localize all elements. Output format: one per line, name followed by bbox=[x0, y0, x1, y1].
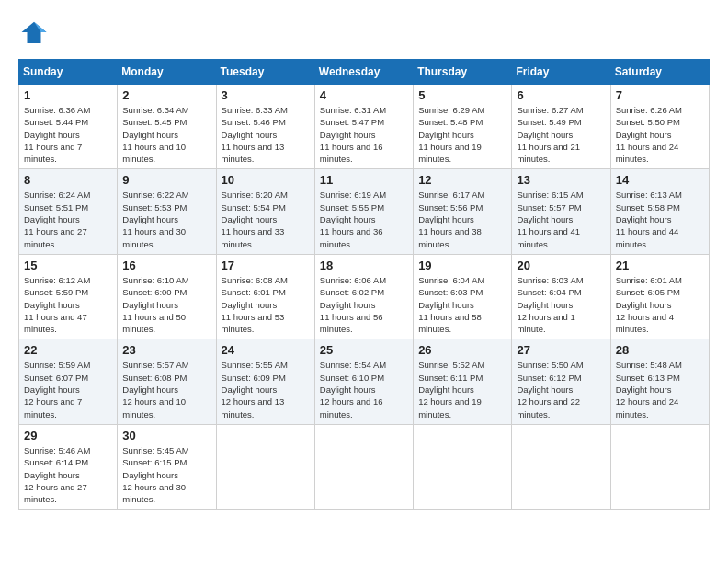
calendar-cell: 7Sunrise: 6:26 AMSunset: 5:50 PMDaylight… bbox=[610, 85, 709, 169]
day-number: 27 bbox=[517, 343, 605, 357]
calendar-cell: 27Sunrise: 5:50 AMSunset: 6:12 PMDayligh… bbox=[512, 339, 610, 424]
day-number: 16 bbox=[122, 259, 210, 272]
day-number: 24 bbox=[222, 343, 310, 357]
day-info: Sunrise: 6:19 AMSunset: 5:55 PMDaylight … bbox=[320, 189, 408, 249]
day-info: Sunrise: 6:33 AMSunset: 5:46 PMDaylight … bbox=[222, 104, 310, 165]
day-info: Sunrise: 6:24 AMSunset: 5:51 PMDaylight … bbox=[24, 189, 112, 249]
day-number: 28 bbox=[616, 343, 704, 357]
calendar-cell: 19Sunrise: 6:04 AMSunset: 6:03 PMDayligh… bbox=[414, 254, 512, 339]
calendar-week-5: 29Sunrise: 5:46 AMSunset: 6:14 PMDayligh… bbox=[19, 424, 710, 509]
day-number: 30 bbox=[122, 429, 210, 442]
day-info: Sunrise: 5:57 AMSunset: 6:08 PMDaylight … bbox=[122, 359, 210, 419]
day-info: Sunrise: 6:31 AMSunset: 5:47 PMDaylight … bbox=[320, 104, 408, 165]
day-number: 21 bbox=[616, 259, 704, 272]
day-number: 15 bbox=[24, 259, 112, 272]
calendar-cell: 20Sunrise: 6:03 AMSunset: 6:04 PMDayligh… bbox=[512, 254, 610, 339]
day-number: 12 bbox=[418, 173, 506, 187]
day-info: Sunrise: 6:04 AMSunset: 6:03 PMDaylight … bbox=[418, 274, 506, 335]
calendar-cell: 28Sunrise: 5:48 AMSunset: 6:13 PMDayligh… bbox=[610, 339, 709, 424]
calendar-cell: 10Sunrise: 6:20 AMSunset: 5:54 PMDayligh… bbox=[216, 169, 314, 254]
calendar-header-row: SundayMondayTuesdayWednesdayThursdayFrid… bbox=[19, 60, 710, 85]
day-number: 1 bbox=[24, 88, 112, 102]
calendar-cell: 5Sunrise: 6:29 AMSunset: 5:48 PMDaylight… bbox=[414, 85, 512, 169]
calendar-cell: 18Sunrise: 6:06 AMSunset: 6:02 PMDayligh… bbox=[314, 254, 413, 339]
day-number: 10 bbox=[222, 173, 310, 187]
logo bbox=[18, 18, 51, 50]
day-number: 19 bbox=[418, 259, 506, 272]
day-number: 22 bbox=[24, 343, 112, 357]
calendar-cell: 30Sunrise: 5:45 AMSunset: 6:15 PMDayligh… bbox=[118, 424, 216, 509]
column-header-wednesday: Wednesday bbox=[314, 60, 413, 85]
calendar-cell bbox=[414, 424, 512, 509]
calendar-cell bbox=[610, 424, 709, 509]
calendar-table: SundayMondayTuesdayWednesdayThursdayFrid… bbox=[18, 59, 710, 510]
day-number: 25 bbox=[320, 343, 408, 357]
day-info: Sunrise: 6:06 AMSunset: 6:02 PMDaylight … bbox=[320, 274, 408, 335]
day-info: Sunrise: 6:27 AMSunset: 5:49 PMDaylight … bbox=[517, 104, 605, 165]
calendar-cell bbox=[512, 424, 610, 509]
calendar-cell: 23Sunrise: 5:57 AMSunset: 6:08 PMDayligh… bbox=[118, 339, 216, 424]
column-header-saturday: Saturday bbox=[610, 60, 709, 85]
logo-icon bbox=[20, 18, 48, 46]
day-info: Sunrise: 6:10 AMSunset: 6:00 PMDaylight … bbox=[122, 274, 210, 335]
day-number: 29 bbox=[24, 429, 112, 442]
calendar-cell: 6Sunrise: 6:27 AMSunset: 5:49 PMDaylight… bbox=[512, 85, 610, 169]
page-header bbox=[18, 18, 710, 50]
calendar-week-3: 15Sunrise: 6:12 AMSunset: 5:59 PMDayligh… bbox=[19, 254, 710, 339]
day-number: 7 bbox=[616, 88, 704, 102]
day-number: 23 bbox=[122, 343, 210, 357]
calendar-cell bbox=[216, 424, 314, 509]
calendar-cell: 1Sunrise: 6:36 AMSunset: 5:44 PMDaylight… bbox=[19, 85, 118, 169]
day-number: 14 bbox=[616, 173, 704, 187]
day-info: Sunrise: 5:46 AMSunset: 6:14 PMDaylight … bbox=[24, 444, 112, 505]
day-info: Sunrise: 6:17 AMSunset: 5:56 PMDaylight … bbox=[418, 189, 506, 249]
day-info: Sunrise: 5:50 AMSunset: 6:12 PMDaylight … bbox=[517, 359, 605, 419]
calendar-cell: 29Sunrise: 5:46 AMSunset: 6:14 PMDayligh… bbox=[19, 424, 118, 509]
calendar-cell: 13Sunrise: 6:15 AMSunset: 5:57 PMDayligh… bbox=[512, 169, 610, 254]
day-number: 6 bbox=[517, 88, 605, 102]
calendar-week-1: 1Sunrise: 6:36 AMSunset: 5:44 PMDaylight… bbox=[19, 85, 710, 169]
calendar-cell: 17Sunrise: 6:08 AMSunset: 6:01 PMDayligh… bbox=[216, 254, 314, 339]
calendar-cell bbox=[314, 424, 413, 509]
day-info: Sunrise: 6:12 AMSunset: 5:59 PMDaylight … bbox=[24, 274, 112, 335]
day-number: 18 bbox=[320, 259, 408, 272]
day-number: 3 bbox=[222, 88, 310, 102]
day-number: 5 bbox=[418, 88, 506, 102]
day-info: Sunrise: 6:36 AMSunset: 5:44 PMDaylight … bbox=[24, 104, 112, 165]
day-info: Sunrise: 6:29 AMSunset: 5:48 PMDaylight … bbox=[418, 104, 506, 165]
day-number: 13 bbox=[517, 173, 605, 187]
calendar-cell: 16Sunrise: 6:10 AMSunset: 6:00 PMDayligh… bbox=[118, 254, 216, 339]
calendar-cell: 14Sunrise: 6:13 AMSunset: 5:58 PMDayligh… bbox=[610, 169, 709, 254]
day-info: Sunrise: 6:13 AMSunset: 5:58 PMDaylight … bbox=[616, 189, 704, 249]
day-info: Sunrise: 5:48 AMSunset: 6:13 PMDaylight … bbox=[616, 359, 704, 419]
day-info: Sunrise: 6:08 AMSunset: 6:01 PMDaylight … bbox=[222, 274, 310, 335]
day-info: Sunrise: 6:01 AMSunset: 6:05 PMDaylight … bbox=[616, 274, 704, 335]
day-info: Sunrise: 5:54 AMSunset: 6:10 PMDaylight … bbox=[320, 359, 408, 419]
calendar-cell: 12Sunrise: 6:17 AMSunset: 5:56 PMDayligh… bbox=[414, 169, 512, 254]
day-info: Sunrise: 6:22 AMSunset: 5:53 PMDaylight … bbox=[122, 189, 210, 249]
calendar-cell: 26Sunrise: 5:52 AMSunset: 6:11 PMDayligh… bbox=[414, 339, 512, 424]
calendar-cell: 4Sunrise: 6:31 AMSunset: 5:47 PMDaylight… bbox=[314, 85, 413, 169]
day-number: 4 bbox=[320, 88, 408, 102]
calendar-cell: 24Sunrise: 5:55 AMSunset: 6:09 PMDayligh… bbox=[216, 339, 314, 424]
column-header-sunday: Sunday bbox=[19, 60, 118, 85]
calendar-week-2: 8Sunrise: 6:24 AMSunset: 5:51 PMDaylight… bbox=[19, 169, 710, 254]
day-info: Sunrise: 6:20 AMSunset: 5:54 PMDaylight … bbox=[222, 189, 310, 249]
day-number: 26 bbox=[418, 343, 506, 357]
day-number: 11 bbox=[320, 173, 408, 187]
day-info: Sunrise: 5:59 AMSunset: 6:07 PMDaylight … bbox=[24, 359, 112, 419]
calendar-cell: 2Sunrise: 6:34 AMSunset: 5:45 PMDaylight… bbox=[118, 85, 216, 169]
day-number: 9 bbox=[122, 173, 210, 187]
svg-marker-0 bbox=[22, 22, 47, 43]
calendar-cell: 3Sunrise: 6:33 AMSunset: 5:46 PMDaylight… bbox=[216, 85, 314, 169]
day-info: Sunrise: 6:34 AMSunset: 5:45 PMDaylight … bbox=[122, 104, 210, 165]
calendar-cell: 25Sunrise: 5:54 AMSunset: 6:10 PMDayligh… bbox=[314, 339, 413, 424]
calendar-cell: 11Sunrise: 6:19 AMSunset: 5:55 PMDayligh… bbox=[314, 169, 413, 254]
day-number: 2 bbox=[122, 88, 210, 102]
day-info: Sunrise: 5:45 AMSunset: 6:15 PMDaylight … bbox=[122, 444, 210, 505]
day-number: 8 bbox=[24, 173, 112, 187]
day-info: Sunrise: 5:55 AMSunset: 6:09 PMDaylight … bbox=[222, 359, 310, 419]
column-header-thursday: Thursday bbox=[414, 60, 512, 85]
column-header-monday: Monday bbox=[118, 60, 216, 85]
day-number: 17 bbox=[222, 259, 310, 272]
